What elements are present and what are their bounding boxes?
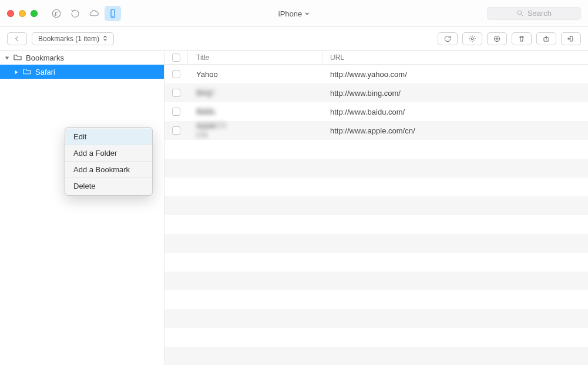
window-zoom-button[interactable] xyxy=(31,10,38,17)
table-row[interactable]: Baiduhttp://www.baidu.com/ xyxy=(164,102,588,121)
disclosure-triangle-icon[interactable] xyxy=(5,53,9,62)
search-input[interactable]: Search xyxy=(487,7,581,20)
svg-point-4 xyxy=(518,11,522,15)
sidebar-root-label: Bookmarks xyxy=(26,53,64,62)
traffic-lights xyxy=(7,10,38,17)
bookmarks-label: Bookmarks (1 item) xyxy=(38,35,99,43)
row-url: http://www.bing.com/ xyxy=(323,89,588,98)
window-close-button[interactable] xyxy=(7,10,14,17)
svg-point-0 xyxy=(52,9,61,18)
svg-line-5 xyxy=(521,14,523,16)
sidebar: Bookmarks Safari xyxy=(0,51,164,365)
header-url[interactable]: URL xyxy=(323,51,588,64)
row-checkbox[interactable] xyxy=(164,70,188,78)
row-title: Apple CN xyxy=(188,122,323,139)
row-checkbox[interactable] xyxy=(164,89,188,97)
content-area: Title URL Yahoohttp://www.yahoo.com/Bing… xyxy=(164,51,588,365)
search-placeholder: Search xyxy=(527,9,552,18)
refresh-button[interactable] xyxy=(438,32,458,45)
header-checkbox[interactable] xyxy=(164,51,188,64)
row-title: Baidu xyxy=(188,108,323,116)
titlebar: iPhone Search xyxy=(0,0,588,27)
window-minimize-button[interactable] xyxy=(19,10,26,17)
device-selector[interactable]: iPhone xyxy=(278,9,310,18)
table-header: Title URL xyxy=(164,51,588,65)
export-button[interactable] xyxy=(536,32,556,45)
context-menu: EditAdd a FolderAdd a BookmarkDelete xyxy=(65,127,153,196)
table-filler xyxy=(164,140,588,365)
row-url: http://www.yahoo.com/ xyxy=(323,70,588,79)
backup-icon[interactable] xyxy=(67,6,83,21)
row-title: Yahoo xyxy=(188,70,323,79)
updown-icon xyxy=(103,35,107,43)
context-menu-item[interactable]: Add a Folder xyxy=(65,145,152,162)
toolbar: Bookmarks (1 item) xyxy=(0,27,588,51)
chevron-down-icon xyxy=(304,9,310,18)
sidebar-item-label: Safari xyxy=(35,68,55,76)
row-title: Bing xyxy=(188,89,323,98)
titlebar-source-icons xyxy=(48,6,121,21)
header-title[interactable]: Title xyxy=(188,51,323,64)
to-device-button[interactable] xyxy=(561,32,581,45)
context-menu-item[interactable]: Delete xyxy=(65,178,152,194)
disclosure-triangle-icon[interactable] xyxy=(14,68,19,76)
svg-marker-15 xyxy=(15,70,18,73)
sidebar-root-bookmarks[interactable]: Bookmarks xyxy=(0,51,164,65)
table-body: Yahoohttp://www.yahoo.com/Binghttp://www… xyxy=(164,65,588,140)
context-menu-item[interactable]: Edit xyxy=(65,129,152,145)
delete-button[interactable] xyxy=(512,32,532,45)
folder-icon xyxy=(22,67,32,77)
cloud-icon[interactable] xyxy=(86,6,102,21)
back-button[interactable] xyxy=(7,32,27,45)
folder-icon xyxy=(13,53,22,63)
sidebar-item-safari[interactable]: Safari xyxy=(0,65,164,79)
main-area: Bookmarks Safari Title URL Yahoohttp://w… xyxy=(0,51,588,365)
device-label: iPhone xyxy=(278,9,302,18)
settings-button[interactable] xyxy=(462,32,482,45)
phone-icon[interactable] xyxy=(105,6,121,21)
table-row[interactable]: Yahoohttp://www.yahoo.com/ xyxy=(164,65,588,83)
context-menu-item[interactable]: Add a Bookmark xyxy=(65,162,152,178)
svg-point-6 xyxy=(471,38,473,40)
table-row[interactable]: Binghttp://www.bing.com/ xyxy=(164,83,588,102)
table-row[interactable]: Apple CNhttp://www.apple.com/cn/ xyxy=(164,121,588,140)
music-icon[interactable] xyxy=(48,6,65,21)
row-url: http://www.baidu.com/ xyxy=(323,108,588,116)
add-button[interactable] xyxy=(487,32,507,45)
bookmarks-dropdown[interactable]: Bookmarks (1 item) xyxy=(32,32,114,45)
svg-marker-14 xyxy=(5,56,9,59)
row-checkbox[interactable] xyxy=(164,108,188,116)
row-checkbox[interactable] xyxy=(164,126,188,135)
row-url: http://www.apple.com/cn/ xyxy=(323,126,588,135)
